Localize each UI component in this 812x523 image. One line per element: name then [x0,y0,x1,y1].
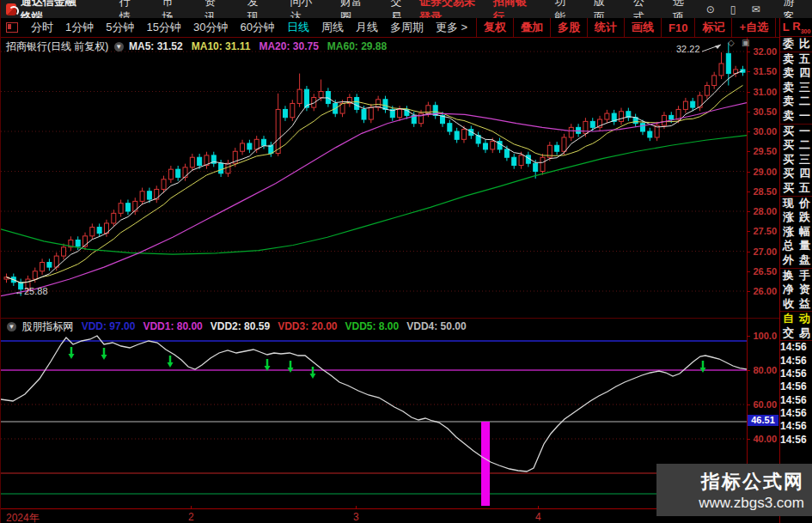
trade-time: 14:56 [780,394,812,407]
trade-time: 14:56 [780,434,812,447]
mobile-icon[interactable]: ▯ [723,3,744,15]
trade-time: 14:56 [780,420,812,433]
panel-divider[interactable] [1,318,779,319]
axis-tick [747,151,750,152]
time-axis-label: 3 [353,511,359,523]
ma-value-label: MA60: 29.88 [327,40,387,52]
time-axis-label: 2024年 [6,511,40,523]
quote-row-卖一: 卖一 [780,109,812,125]
toolbar-button[interactable]: 叠加 [513,18,551,37]
mail-icon[interactable]: ✉ [743,3,767,15]
indicator-axis-label: 60.00 [748,399,777,410]
quote-row-买三: 买三 [780,153,812,167]
price-axis-label: 31.00 [748,87,777,97]
indicator-value-label: VDD5: 8.00 [345,320,400,332]
toolbar-button[interactable]: 统计 [587,18,625,37]
indicator-title-row: ▼ 股朋指标网 VDD: 97.00VDD1: 80.00VDD2: 80.59… [4,319,474,334]
indicator-name[interactable]: 股朋指标网 [21,320,73,332]
toolbar-button[interactable]: +自选 [731,18,776,37]
quote-row-卖二: 卖二 [780,94,812,109]
panel-icon[interactable]: ▣ [742,38,749,47]
site-watermark: 指标公式网 www.zbgs3.com [656,464,812,516]
low-price-annotation: ←25.88 [15,286,48,296]
price-axis-label: 26.50 [748,266,777,277]
toolbar-button[interactable]: 标记 [694,18,732,37]
quote-row-卖五: 卖五 [780,52,812,67]
quote-row-现价: 现价 [780,197,812,211]
quote-row-涨幅: 涨幅 [780,225,812,240]
toolbar-button[interactable]: 复权 [476,18,514,37]
toolbar-button[interactable]: 画线 [624,18,662,37]
chevron-down-icon[interactable]: ▼ [7,322,16,331]
price-axis-label: 32.00 [748,46,777,57]
price-axis-label: 26.00 [748,286,777,296]
period-tab[interactable]: 日线 [281,20,315,35]
quote-row-卖四: 卖四 [780,66,812,81]
period-tab[interactable]: 30分钟 [187,20,234,35]
axis-tick [747,271,750,272]
lr-tabs[interactable]: L R300 [780,18,812,37]
layout-icon[interactable] [6,22,18,33]
axis-tick [747,131,750,132]
quote-row-自动[interactable]: 自动 [780,312,812,326]
period-tab[interactable]: 月线 [350,20,384,35]
quote-row-买二: 买二 [780,138,812,153]
indicator-value-label: VDD1: 80.00 [143,320,202,332]
axis-tick [747,439,750,440]
period-tab[interactable]: 周线 [315,20,350,35]
main-candle-chart[interactable] [1,37,747,317]
quote-row-外盘: 外盘 [780,253,812,269]
price-axis-label: 28.50 [748,186,777,197]
watermark-title: 指标公式网 [656,469,804,495]
period-tab[interactable]: 更多 > [430,20,473,35]
quote-row-涨跌: 涨跌 [780,210,812,225]
quote-row-买五: 买五 [780,181,812,197]
chart-title-row: 招商银行(日线 前复权) ▼ MA5: 31.52MA10: 31.11MA20… [6,40,395,54]
axis-tick [747,291,750,292]
period-tab[interactable]: 15分钟 [140,20,186,35]
chart-title: 招商银行(日线 前复权) [6,40,108,52]
axis-tick [747,370,750,371]
period-tab[interactable]: 多周期 [384,20,430,35]
quote-row-总量: 总量 [780,239,812,253]
axis-tick [747,92,750,93]
price-axis-label: 28.00 [748,206,777,216]
axis-tick [747,52,750,52]
trade-time: 14:56 [780,380,812,393]
axis-tick [747,231,750,232]
axis-tick [747,211,750,212]
indicator-value-label: VDD4: 50.00 [406,320,466,332]
indicator-axis-label: 40.00 [748,434,777,444]
trade-time: 14:56 [780,341,812,354]
quote-row-交易[interactable]: 交易 [780,326,812,342]
axis-tick [747,192,750,192]
watermark-url: www.zbgs3.com [656,495,804,512]
high-price-annotation: 32.22 [676,44,700,54]
chevron-down-icon[interactable]: ▼ [114,42,124,52]
axis-tick [747,252,750,252]
period-tab[interactable]: 60分钟 [234,20,280,35]
indicator-value-label: VDD3: 20.00 [278,320,337,332]
diamond-icon[interactable]: ◇ [728,38,735,47]
tdx-terminal-window: 通达信金融终端 行情市场资讯发现问小达财富圈交易 证券交易未登录 招商银行 功能… [0,0,812,523]
price-axis-label: 27.50 [748,226,777,236]
quote-row-换手: 换手 [780,269,812,283]
period-toolbar: 分时1分钟5分钟15分钟30分钟60分钟日线周线月线多周期更多 > 复权叠加多股… [1,18,812,38]
toolbar-button[interactable]: F10 [661,18,695,37]
period-tab[interactable]: 1分钟 [59,20,100,35]
trade-time: 14:56 [780,368,812,380]
app-logo-icon [6,3,16,15]
price-axis-label: 27.00 [748,246,777,257]
axis-tick [747,112,750,113]
period-tab[interactable]: 5分钟 [100,20,140,35]
period-tab[interactable]: 分时 [25,20,59,35]
time-axis-label: 4 [535,511,541,523]
time-axis-label: 2 [188,511,194,523]
axis-tick [747,71,750,72]
axis-tick [747,172,750,173]
trade-time: 14:56 [780,407,812,420]
toolbar-button[interactable]: 多股 [550,18,588,37]
price-axis-label: 29.00 [748,167,777,177]
ma-value-label: MA20: 30.75 [259,40,318,52]
message-icon[interactable]: ⊙ [699,3,723,15]
